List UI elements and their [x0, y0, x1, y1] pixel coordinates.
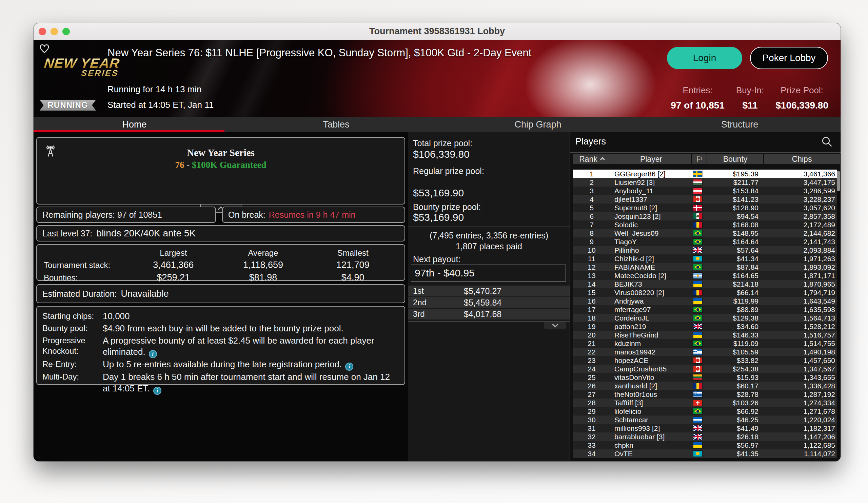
tab-home[interactable]: Home: [33, 117, 235, 132]
player-row[interactable]: 34OvTE$41.351,114,072: [573, 449, 837, 458]
tab-structure[interactable]: Structure: [639, 117, 840, 132]
player-chips: 1,971,263: [761, 255, 837, 263]
stack-row-label: Tournament stack:: [44, 260, 128, 270]
player-chips: 2,857,358: [761, 212, 837, 220]
player-chips: 1,336,428: [761, 382, 837, 390]
player-chips: 1,643,549: [761, 297, 837, 305]
flag-ro-icon: [693, 290, 702, 295]
player-row[interactable]: 11Chizhik-d [2]$41.341,971,263: [573, 254, 837, 263]
player-row[interactable]: 17mferrage97$88.891,635,598: [573, 305, 837, 314]
info-icon[interactable]: i: [153, 387, 162, 395]
player-row[interactable]: 8Well_Jesus09$148.952,144,682: [573, 229, 837, 237]
player-rank: 6: [573, 212, 611, 220]
player-row[interactable]: 4djleet1337$141.233,228,237: [573, 195, 837, 204]
player-flag-cell: [690, 324, 705, 329]
player-bounty: $128.90: [705, 204, 761, 212]
players-table-header: Rank Player ⚐ Bounty Chips: [573, 154, 837, 164]
zoom-button[interactable]: [62, 28, 70, 35]
detail-label: Multi-Day:: [42, 371, 100, 395]
player-rank: 16: [573, 297, 611, 305]
player-row[interactable]: 19patton219$34.601,528,212: [573, 322, 837, 331]
player-bounty: $33.82: [705, 357, 761, 365]
column-header-player[interactable]: Player: [611, 154, 691, 164]
close-button[interactable]: [39, 28, 46, 35]
player-row[interactable]: 27theNot0r1ous$28.781,287,192: [573, 390, 837, 399]
player-row[interactable]: 7Solodic$168.082,172,489: [573, 220, 837, 229]
player-bounty: $94.54: [705, 212, 761, 220]
divider: [408, 227, 570, 227]
players-scrollbar[interactable]: [837, 170, 840, 458]
flag-gr-icon: [693, 349, 702, 355]
players-table-body: 1GGGreger86 [2]$195.393,461,3662Liusien9…: [573, 170, 837, 458]
player-row[interactable]: 23hopezACE$33.821,457,650: [573, 356, 837, 365]
favorite-heart-icon[interactable]: [38, 43, 51, 54]
total-prize-value: $106,339.80: [413, 148, 469, 160]
player-row[interactable]: 15Virus008220 [2]$66.141,794,719: [573, 288, 837, 297]
tab-chip-graph[interactable]: Chip Graph: [437, 117, 639, 132]
minimize-button[interactable]: [51, 28, 58, 35]
player-row[interactable]: 18CordeiroJL$129.381,564,713: [573, 314, 837, 322]
detail-text: 10,000: [103, 311, 399, 322]
player-row[interactable]: 9TiagoY$164.642,141,743: [573, 237, 837, 246]
search-icon[interactable]: [821, 136, 833, 148]
player-row[interactable]: 26xanthusrld [2]$60.171,336,428: [573, 382, 837, 390]
info-icon[interactable]: i: [345, 362, 353, 371]
player-row[interactable]: 6Josquin123 [2]$94.542,857,358: [573, 212, 837, 220]
player-rank: 28: [573, 399, 611, 407]
flag-gb-icon: [693, 425, 702, 431]
player-row[interactable]: 21kduzinm$119.091,514,755: [573, 339, 837, 348]
player-row[interactable]: 10Pilliniho$57.642,093,884: [573, 246, 837, 254]
login-button[interactable]: Login: [667, 47, 742, 69]
player-row[interactable]: 16Andrjywa$119.991,643,549: [573, 297, 837, 305]
player-name: lilofelicio: [611, 407, 690, 415]
player-rank: 2: [573, 178, 611, 186]
tab-tables[interactable]: Tables: [235, 117, 437, 132]
player-flag-cell: [690, 408, 705, 414]
player-row[interactable]: 25vitasDonVito$15.931,343,655: [573, 373, 837, 382]
running-duration: Running for 14 h 13 min: [107, 84, 202, 95]
player-row[interactable]: 29lilofelicio$66.921,271,678: [573, 407, 837, 415]
player-row[interactable]: 3Anybody_11$153.843,286,599: [573, 186, 837, 195]
titlebar: Tournament 3958361931 Lobby: [33, 23, 840, 40]
player-row[interactable]: 20RiseTheGrind$146.331,516,757: [573, 331, 837, 339]
places-paid: 1,807 places paid: [408, 242, 570, 252]
player-row[interactable]: 2Liusien92 [3]$211.773,447,175: [573, 178, 837, 186]
player-row[interactable]: 28Tafftiff [3]$103.261,274,334: [573, 399, 837, 407]
player-row[interactable]: 32barrabluebar [3]$26.181,147,206: [573, 432, 837, 441]
player-row[interactable]: 5Supernut8 [2]$128.903,057,620: [573, 204, 837, 212]
players-panel: Players Rank Player ⚐ Bounty: [570, 132, 840, 461]
player-chips: 2,093,884: [761, 246, 837, 254]
player-bounty: $66.14: [705, 289, 761, 297]
player-flag-cell: [690, 366, 705, 372]
player-row[interactable]: 12FABIANAME$87.841,893,092: [573, 263, 837, 271]
player-row[interactable]: 33chpkn$56.971,122,685: [573, 441, 837, 449]
player-chips: 2,141,743: [761, 238, 837, 246]
player-row[interactable]: 1GGGreger86 [2]$195.393,461,366: [573, 170, 837, 178]
payout-amount: $5,459.84: [464, 298, 502, 308]
info-icon[interactable]: i: [149, 350, 157, 358]
player-row[interactable]: 14BEJIK73$214.181,870,965: [573, 280, 837, 288]
scrollbar-thumb[interactable]: [837, 171, 840, 191]
player-row[interactable]: 22manos19942$105.591,490,198: [573, 348, 837, 356]
player-row[interactable]: 31millions993 [2]$41.491,182,317: [573, 424, 837, 432]
payout-expander[interactable]: [544, 322, 566, 329]
poker-lobby-button[interactable]: Poker Lobby: [750, 47, 828, 69]
payout-row: 2nd$5,459.84: [408, 297, 570, 308]
player-row[interactable]: 24CampCrusher85$254.381,347,567: [573, 365, 837, 373]
flag-kz-icon: [693, 256, 702, 261]
detail-label: Starting chips:: [42, 311, 100, 322]
column-header-rank[interactable]: Rank: [573, 154, 611, 164]
player-rank: 14: [573, 280, 611, 288]
player-rank: 5: [573, 204, 611, 212]
player-row[interactable]: 13MateeCocido [2]$164.651,871,171: [573, 271, 837, 280]
column-header-flag[interactable]: ⚐: [692, 154, 706, 164]
player-rank: 29: [573, 407, 611, 415]
player-chips: 1,287,192: [761, 390, 837, 399]
prize-panel: Total prize pool: $106,339.80 Regular pr…: [408, 132, 570, 461]
player-name: CampCrusher85: [611, 365, 690, 373]
player-bounty: $168.08: [705, 221, 761, 229]
column-header-chips[interactable]: Chips: [764, 154, 840, 164]
column-header-bounty[interactable]: Bounty: [707, 154, 763, 164]
player-row[interactable]: 30Schtamcar$46.251,220,024: [573, 415, 837, 424]
player-bounty: $87.84: [705, 263, 761, 271]
